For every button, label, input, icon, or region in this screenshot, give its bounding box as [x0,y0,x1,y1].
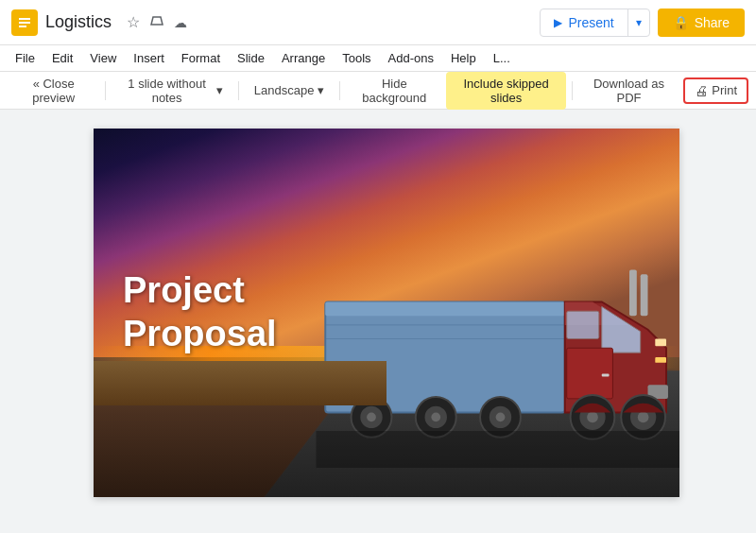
menu-file[interactable]: File [8,49,43,67]
title-right: ▶ Present ▾ 🔒 Share [540,9,745,37]
svg-rect-2 [19,22,30,24]
svg-point-24 [496,412,506,421]
slide-background: Project Proposal [94,129,679,497]
slides-option-label: 1 slide without notes [121,77,213,105]
menu-view[interactable]: View [82,49,124,67]
present-label: Present [568,15,613,30]
svg-point-27 [588,411,599,422]
svg-rect-1 [19,18,30,20]
star-icon[interactable]: ☆ [127,13,140,31]
menu-tools[interactable]: Tools [335,49,378,67]
slide-preview: Project Proposal [94,129,679,497]
slide-title-line2: Proposal [123,313,277,356]
printer-icon: 🖨 [695,83,708,98]
title-icons: ☆ ☁ [127,13,187,31]
landscape-button[interactable]: Landscape ▾ [245,78,335,102]
svg-rect-3 [19,26,26,27]
print-button[interactable]: 🖨 Print [683,77,748,104]
slides-option-button[interactable]: 1 slide without notes ▾ [112,72,232,110]
include-skipped-label: Include skipped slides [455,77,556,105]
svg-rect-12 [641,274,648,316]
svg-rect-14 [656,338,667,346]
landscape-label: Landscape [254,83,315,97]
present-dropdown-button[interactable]: ▾ [628,10,649,35]
menu-slide[interactable]: Slide [230,49,272,67]
download-pdf-button[interactable]: Download as PDF [578,72,680,110]
present-button-group: ▶ Present ▾ [540,9,649,37]
svg-rect-10 [602,373,610,376]
svg-point-30 [638,411,649,422]
menu-addons[interactable]: Add-ons [381,49,441,67]
svg-rect-31 [317,431,679,468]
app-icon [11,9,38,36]
svg-rect-15 [656,357,667,363]
field-left [94,361,387,405]
slide-title-line1: Project [123,269,277,313]
close-preview-label: « Close preview [17,77,90,105]
menu-bar: File Edit View Insert Format Slide Arran… [0,45,756,72]
divider-3 [339,81,340,100]
chevron-slides-icon: ▾ [216,83,223,97]
present-main-button[interactable]: ▶ Present [541,9,627,36]
menu-l[interactable]: L... [486,49,518,67]
drive-icon[interactable] [149,13,164,31]
left-margin [77,129,94,514]
share-label: Share [695,15,730,30]
hide-background-label: Hide background [355,77,433,105]
title-left: Logistics ☆ ☁ [11,9,187,36]
divider-2 [238,81,239,100]
menu-help[interactable]: Help [443,49,484,67]
download-pdf-label: Download as PDF [588,77,671,105]
svg-rect-5 [326,301,566,316]
menu-arrange[interactable]: Arrange [274,49,333,67]
divider-4 [572,81,573,100]
menu-format[interactable]: Format [174,49,228,67]
include-skipped-button[interactable]: Include skipped slides [446,72,565,110]
svg-rect-11 [629,269,637,316]
present-icon: ▶ [554,16,562,29]
svg-rect-8 [567,311,599,338]
chevron-down-icon: ▾ [636,16,642,29]
close-preview-button[interactable]: « Close preview [8,72,99,110]
toolbar-bar: « Close preview 1 slide without notes ▾ … [0,72,756,110]
hide-background-button[interactable]: Hide background [346,72,442,110]
share-button[interactable]: 🔒 Share [658,9,745,37]
main-content: Project Proposal [0,110,756,533]
menu-edit[interactable]: Edit [44,49,80,67]
print-label: Print [712,83,737,97]
slide-title: Project Proposal [123,269,277,355]
cloud-icon: ☁ [174,15,187,30]
truck-illustration [310,247,679,468]
svg-point-21 [432,412,441,421]
lock-icon: 🔒 [673,15,689,30]
divider-1 [105,81,106,100]
menu-insert[interactable]: Insert [126,49,172,67]
svg-rect-9 [567,348,613,399]
chevron-landscape-icon: ▾ [318,83,324,97]
app-title: Logistics [45,12,112,32]
title-bar: Logistics ☆ ☁ ▶ Present ▾ 🔒 Share [0,0,756,45]
svg-point-18 [368,412,377,421]
